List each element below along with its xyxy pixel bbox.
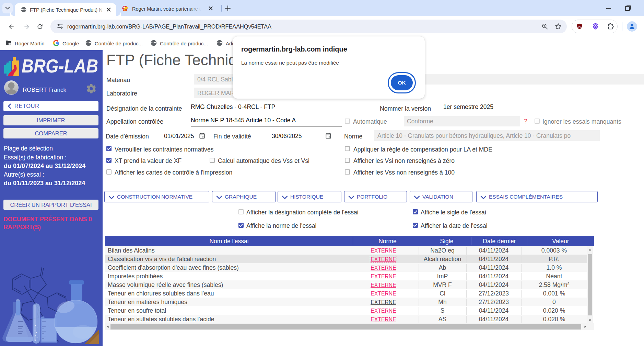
- svg-text:uO: uO: [578, 25, 581, 28]
- svg-text:M: M: [125, 8, 127, 11]
